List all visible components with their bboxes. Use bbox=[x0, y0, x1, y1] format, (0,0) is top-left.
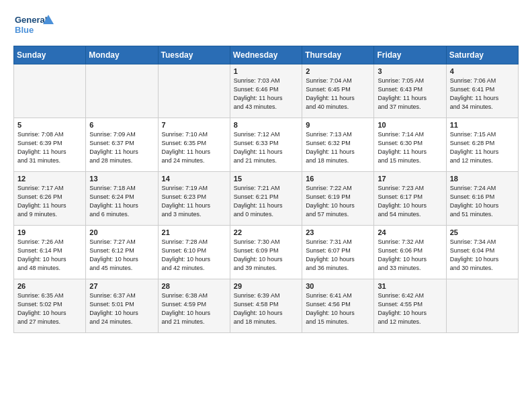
svg-text:Blue: Blue bbox=[15, 25, 34, 35]
day-cell: 3Sunrise: 7:05 AMSunset: 6:43 PMDaylight… bbox=[374, 64, 446, 118]
day-number: 12 bbox=[17, 175, 82, 183]
col-header-thursday: Thursday bbox=[302, 46, 374, 64]
day-info: Sunrise: 7:08 AMSunset: 6:39 PMDaylight:… bbox=[17, 130, 82, 165]
day-number: 8 bbox=[234, 121, 298, 129]
col-header-monday: Monday bbox=[86, 46, 158, 64]
day-cell: 31Sunrise: 6:42 AMSunset: 4:55 PMDayligh… bbox=[374, 279, 446, 333]
day-number: 28 bbox=[162, 282, 226, 290]
day-cell: 22Sunrise: 7:30 AMSunset: 6:09 PMDayligh… bbox=[230, 226, 302, 279]
day-number: 6 bbox=[89, 121, 154, 129]
day-info: Sunrise: 7:06 AMSunset: 6:41 PMDaylight:… bbox=[450, 77, 515, 111]
day-info: Sunrise: 7:31 AMSunset: 6:07 PMDaylight:… bbox=[306, 238, 370, 273]
day-cell: 28Sunrise: 6:38 AMSunset: 4:59 PMDayligh… bbox=[158, 279, 230, 333]
day-number: 14 bbox=[162, 175, 226, 183]
day-number: 15 bbox=[234, 175, 298, 183]
day-number: 2 bbox=[306, 67, 370, 75]
day-info: Sunrise: 7:28 AMSunset: 6:10 PMDaylight:… bbox=[162, 238, 226, 273]
day-info: Sunrise: 7:19 AMSunset: 6:23 PMDaylight:… bbox=[162, 184, 226, 219]
col-header-friday: Friday bbox=[374, 46, 446, 64]
day-cell: 19Sunrise: 7:26 AMSunset: 6:14 PMDayligh… bbox=[14, 226, 86, 279]
day-cell: 23Sunrise: 7:31 AMSunset: 6:07 PMDayligh… bbox=[302, 226, 374, 279]
day-cell: 9Sunrise: 7:13 AMSunset: 6:32 PMDaylight… bbox=[302, 118, 374, 172]
day-number: 21 bbox=[162, 228, 226, 236]
day-number: 25 bbox=[450, 228, 515, 236]
day-cell: 29Sunrise: 6:39 AMSunset: 4:58 PMDayligh… bbox=[230, 279, 302, 333]
day-info: Sunrise: 6:39 AMSunset: 4:58 PMDaylight:… bbox=[234, 291, 298, 326]
day-info: Sunrise: 7:09 AMSunset: 6:37 PMDaylight:… bbox=[89, 130, 154, 165]
day-info: Sunrise: 7:30 AMSunset: 6:09 PMDaylight:… bbox=[234, 238, 298, 273]
day-number: 1 bbox=[234, 67, 298, 75]
day-info: Sunrise: 7:24 AMSunset: 6:16 PMDaylight:… bbox=[450, 184, 515, 219]
day-cell bbox=[86, 64, 158, 118]
day-number: 7 bbox=[162, 121, 226, 129]
day-number: 16 bbox=[306, 175, 370, 183]
week-row-1: 1Sunrise: 7:03 AMSunset: 6:46 PMDaylight… bbox=[14, 64, 519, 118]
day-info: Sunrise: 7:03 AMSunset: 6:46 PMDaylight:… bbox=[234, 77, 298, 111]
logo-svg: General Blue bbox=[13, 12, 54, 39]
day-cell: 11Sunrise: 7:15 AMSunset: 6:28 PMDayligh… bbox=[446, 118, 518, 172]
day-cell: 4Sunrise: 7:06 AMSunset: 6:41 PMDaylight… bbox=[446, 64, 518, 118]
col-header-sunday: Sunday bbox=[14, 46, 86, 64]
day-info: Sunrise: 7:17 AMSunset: 6:26 PMDaylight:… bbox=[17, 184, 82, 219]
day-cell: 14Sunrise: 7:19 AMSunset: 6:23 PMDayligh… bbox=[158, 172, 230, 226]
day-info: Sunrise: 6:42 AMSunset: 4:55 PMDaylight:… bbox=[378, 291, 442, 326]
day-info: Sunrise: 7:05 AMSunset: 6:43 PMDaylight:… bbox=[378, 77, 442, 111]
day-number: 13 bbox=[89, 175, 154, 183]
day-cell: 12Sunrise: 7:17 AMSunset: 6:26 PMDayligh… bbox=[14, 172, 86, 226]
day-cell: 5Sunrise: 7:08 AMSunset: 6:39 PMDaylight… bbox=[14, 118, 86, 172]
calendar-container: General Blue SundayMondayTuesdayWednesda… bbox=[0, 0, 532, 340]
day-number: 11 bbox=[450, 121, 515, 129]
day-cell: 20Sunrise: 7:27 AMSunset: 6:12 PMDayligh… bbox=[86, 226, 158, 279]
day-cell bbox=[158, 64, 230, 118]
day-number: 30 bbox=[306, 282, 370, 290]
day-number: 20 bbox=[89, 228, 154, 236]
day-info: Sunrise: 7:34 AMSunset: 6:04 PMDaylight:… bbox=[450, 238, 515, 273]
day-cell: 18Sunrise: 7:24 AMSunset: 6:16 PMDayligh… bbox=[446, 172, 518, 226]
day-info: Sunrise: 7:26 AMSunset: 6:14 PMDaylight:… bbox=[17, 238, 82, 273]
day-cell: 8Sunrise: 7:12 AMSunset: 6:33 PMDaylight… bbox=[230, 118, 302, 172]
day-cell: 15Sunrise: 7:21 AMSunset: 6:21 PMDayligh… bbox=[230, 172, 302, 226]
day-info: Sunrise: 7:10 AMSunset: 6:35 PMDaylight:… bbox=[162, 130, 226, 165]
day-cell: 10Sunrise: 7:14 AMSunset: 6:30 PMDayligh… bbox=[374, 118, 446, 172]
day-cell: 17Sunrise: 7:23 AMSunset: 6:17 PMDayligh… bbox=[374, 172, 446, 226]
day-info: Sunrise: 7:13 AMSunset: 6:32 PMDaylight:… bbox=[306, 130, 370, 165]
day-info: Sunrise: 7:15 AMSunset: 6:28 PMDaylight:… bbox=[450, 130, 515, 165]
day-cell: 25Sunrise: 7:34 AMSunset: 6:04 PMDayligh… bbox=[446, 226, 518, 279]
day-number: 22 bbox=[234, 228, 298, 236]
day-number: 9 bbox=[306, 121, 370, 129]
day-cell: 16Sunrise: 7:22 AMSunset: 6:19 PMDayligh… bbox=[302, 172, 374, 226]
day-info: Sunrise: 6:37 AMSunset: 5:01 PMDaylight:… bbox=[89, 291, 154, 326]
header-row: SundayMondayTuesdayWednesdayThursdayFrid… bbox=[14, 46, 519, 64]
day-info: Sunrise: 7:12 AMSunset: 6:33 PMDaylight:… bbox=[234, 130, 298, 165]
day-info: Sunrise: 7:23 AMSunset: 6:17 PMDaylight:… bbox=[378, 184, 442, 219]
col-header-tuesday: Tuesday bbox=[158, 46, 230, 64]
day-cell bbox=[14, 64, 86, 118]
day-cell: 2Sunrise: 7:04 AMSunset: 6:45 PMDaylight… bbox=[302, 64, 374, 118]
week-row-5: 26Sunrise: 6:35 AMSunset: 5:02 PMDayligh… bbox=[14, 279, 519, 333]
day-info: Sunrise: 7:14 AMSunset: 6:30 PMDaylight:… bbox=[378, 130, 442, 165]
week-row-4: 19Sunrise: 7:26 AMSunset: 6:14 PMDayligh… bbox=[14, 226, 519, 279]
day-number: 23 bbox=[306, 228, 370, 236]
day-cell: 27Sunrise: 6:37 AMSunset: 5:01 PMDayligh… bbox=[86, 279, 158, 333]
col-header-saturday: Saturday bbox=[446, 46, 518, 64]
day-cell bbox=[446, 279, 518, 333]
calendar-table: SundayMondayTuesdayWednesdayThursdayFrid… bbox=[13, 46, 519, 333]
day-cell: 1Sunrise: 7:03 AMSunset: 6:46 PMDaylight… bbox=[230, 64, 302, 118]
week-row-3: 12Sunrise: 7:17 AMSunset: 6:26 PMDayligh… bbox=[14, 172, 519, 226]
svg-text:General: General bbox=[15, 15, 47, 25]
day-cell: 26Sunrise: 6:35 AMSunset: 5:02 PMDayligh… bbox=[14, 279, 86, 333]
day-number: 17 bbox=[378, 175, 442, 183]
day-info: Sunrise: 6:41 AMSunset: 4:56 PMDaylight:… bbox=[306, 291, 370, 326]
day-cell: 7Sunrise: 7:10 AMSunset: 6:35 PMDaylight… bbox=[158, 118, 230, 172]
day-number: 18 bbox=[450, 175, 515, 183]
day-number: 26 bbox=[17, 282, 82, 290]
day-number: 29 bbox=[234, 282, 298, 290]
col-header-wednesday: Wednesday bbox=[230, 46, 302, 64]
day-info: Sunrise: 7:32 AMSunset: 6:06 PMDaylight:… bbox=[378, 238, 442, 273]
day-info: Sunrise: 6:35 AMSunset: 5:02 PMDaylight:… bbox=[17, 291, 82, 326]
day-info: Sunrise: 7:04 AMSunset: 6:45 PMDaylight:… bbox=[306, 77, 370, 111]
day-cell: 30Sunrise: 6:41 AMSunset: 4:56 PMDayligh… bbox=[302, 279, 374, 333]
day-info: Sunrise: 6:38 AMSunset: 4:59 PMDaylight:… bbox=[162, 291, 226, 326]
day-number: 31 bbox=[378, 282, 442, 290]
logo: General Blue bbox=[13, 12, 54, 39]
